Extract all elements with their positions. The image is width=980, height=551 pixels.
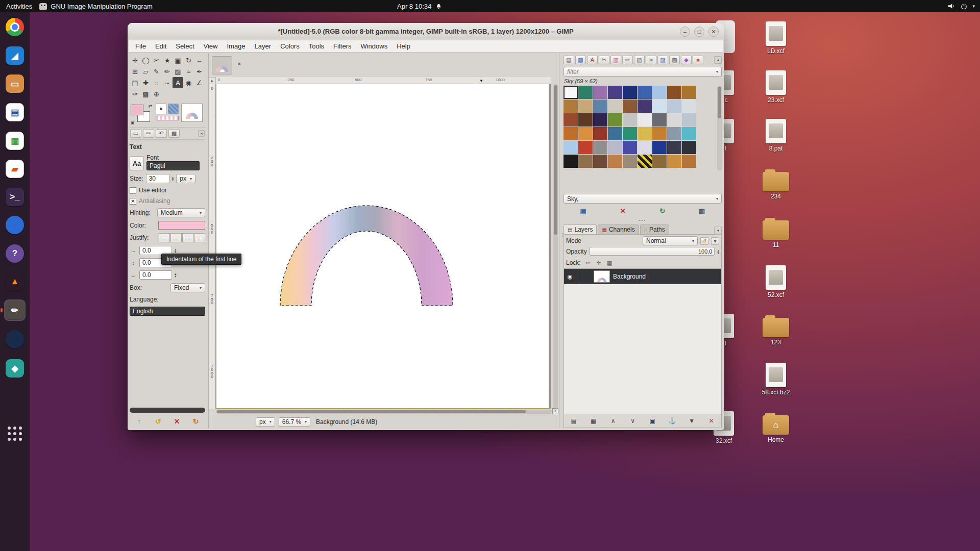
tool-crop[interactable]: ▣ (173, 55, 183, 66)
filter-input[interactable]: filter▾ (564, 67, 722, 77)
min imize-button[interactable]: – (680, 27, 690, 37)
pattern-cell[interactable] (564, 113, 578, 127)
menu-windows[interactable]: Windows (356, 41, 392, 52)
pattern-cell[interactable] (682, 155, 696, 168)
image-tab-close-button[interactable]: ✕ (235, 60, 243, 68)
tool-move[interactable]: ✛ (130, 55, 140, 66)
menu-help[interactable]: Help (392, 41, 415, 52)
pattern-cell[interactable] (667, 99, 681, 113)
rainbow-arch-selection[interactable] (216, 84, 549, 408)
pattern-scrollbar[interactable] (717, 86, 722, 170)
duplicate-layer-button[interactable]: ▣ (645, 416, 660, 426)
tool-clone[interactable]: ▤ (130, 77, 140, 88)
pattern-cell[interactable] (638, 155, 652, 168)
dock-menu-button[interactable]: ◂ (714, 56, 722, 64)
pattern-cell[interactable] (638, 86, 652, 99)
default-colors-icon[interactable]: ▣ (131, 120, 135, 125)
pattern-cell[interactable] (652, 113, 667, 127)
tool-color-picker[interactable]: ◉ (183, 77, 194, 88)
pattern-cell[interactable] (667, 155, 681, 168)
panel-splitter-handle[interactable]: ⋮ (204, 226, 208, 231)
desktop-icon-123[interactable]: 123 (754, 314, 797, 346)
pattern-cell[interactable] (623, 99, 637, 113)
menu-colors[interactable]: Colors (276, 41, 304, 52)
justify-right-button[interactable]: ≡ (182, 233, 193, 242)
pattern-cell[interactable] (652, 155, 667, 168)
tool-paintbrush[interactable]: ✏ (162, 66, 173, 77)
lock-alpha-button[interactable]: ▦ (605, 259, 615, 267)
pattern-cell[interactable] (638, 99, 652, 113)
menu-select[interactable]: Select (171, 41, 199, 52)
opacity-slider[interactable]: 100.0 (590, 247, 715, 256)
dockable-tab-7[interactable]: ≈ (646, 56, 656, 64)
reset-tool-options-button[interactable]: ↻ (189, 416, 203, 427)
pattern-cell[interactable] (578, 155, 593, 168)
blend-space-button[interactable]: ▾ (711, 237, 719, 245)
text-color-button[interactable] (158, 221, 205, 230)
pattern-cell[interactable] (593, 99, 607, 113)
justify-fill-button[interactable]: ≡ (194, 233, 205, 242)
pattern-cell[interactable] (652, 141, 667, 154)
vertical-scrollbar[interactable] (553, 84, 558, 409)
dock-item-libreoffice-impress[interactable]: ▰ (4, 158, 26, 180)
pattern-cell[interactable] (667, 141, 681, 154)
pattern-cell[interactable] (578, 99, 593, 113)
dockable-tab-5[interactable]: ✏ (622, 56, 633, 64)
pattern-cell[interactable] (564, 155, 578, 168)
lower-layer-button[interactable]: ∨ (625, 416, 641, 426)
horizontal-ruler[interactable]: 02505007501000▼ (216, 77, 551, 84)
tool-ink[interactable]: ✒ (194, 66, 205, 77)
image-tab[interactable] (212, 56, 232, 74)
visibility-toggle-eye-icon[interactable]: ◉ (564, 269, 576, 284)
hinting-select[interactable]: Medium▾ (157, 208, 205, 217)
toolbox-tab-3[interactable]: ▩ (168, 129, 180, 138)
delete-layer-button[interactable]: ✕ (704, 416, 719, 426)
brush-preview[interactable] (156, 104, 166, 114)
delete-tool-preset-button[interactable]: ✕ (170, 416, 184, 427)
pattern-cell[interactable] (593, 141, 607, 154)
pattern-cell[interactable] (608, 99, 622, 113)
foreground-color-swatch[interactable] (131, 105, 143, 115)
indent-first-line-spinner[interactable]: ▴▾ (175, 248, 177, 253)
desktop-icon-LD.xcf[interactable]: LD.xcf (754, 21, 797, 55)
dock-item-gimp[interactable]: ✏ (4, 299, 26, 321)
toolbox-tab-1[interactable]: ✏ (143, 129, 154, 138)
letter-spacing-input[interactable]: 0.0 (139, 270, 172, 280)
tool-zoom[interactable]: ⊕ (151, 88, 162, 99)
font-button[interactable]: Aa (130, 156, 144, 170)
antialiasing-checkbox[interactable]: ✕ (130, 198, 136, 205)
dock-item-firefox[interactable] (4, 214, 26, 236)
pattern-cell[interactable] (608, 127, 622, 140)
pattern-cell[interactable] (593, 113, 607, 127)
dockable-tab-6[interactable]: ▧ (634, 56, 645, 64)
pattern-preview[interactable] (168, 104, 179, 114)
gradient-preview[interactable] (156, 116, 179, 120)
pattern-cell[interactable] (593, 86, 607, 99)
tool-eraser[interactable]: ▨ (173, 66, 183, 77)
dock-item-software[interactable]: ◆ (4, 358, 26, 379)
tool-fuzzy-select[interactable]: ★ (162, 55, 173, 66)
dockable-tab-0[interactable]: ▤ (564, 56, 574, 64)
pattern-cell[interactable] (608, 86, 622, 99)
open-pattern-file-button[interactable]: ▥ (693, 206, 710, 216)
new-layer-group-button[interactable]: ▦ (586, 416, 601, 426)
zoom-select[interactable]: 66.7 %▾ (279, 417, 310, 427)
pattern-cell[interactable] (623, 141, 637, 154)
dockable-tab-3[interactable]: ✂ (599, 56, 609, 64)
delete-pattern-button[interactable]: ✕ (614, 206, 631, 216)
menu-edit[interactable]: Edit (151, 41, 171, 52)
tab-channels[interactable]: ▦Channels (598, 224, 639, 234)
pattern-cell[interactable] (682, 86, 696, 99)
pattern-cell[interactable] (564, 86, 578, 99)
pattern-cell[interactable] (608, 113, 622, 127)
pattern-cell[interactable] (578, 113, 593, 127)
menu-view[interactable]: View (199, 41, 223, 52)
power-icon[interactable] (961, 3, 967, 10)
dock-item-libreoffice-calc[interactable]: ▦ (4, 130, 26, 152)
dock-grip[interactable]: ••• (564, 218, 722, 222)
pattern-cell[interactable] (682, 141, 696, 154)
pattern-cell[interactable] (578, 86, 593, 99)
justify-center-button[interactable]: ≡ (170, 233, 182, 242)
opacity-spinner[interactable]: ▴▾ (717, 249, 719, 254)
pattern-cell[interactable] (623, 86, 637, 99)
